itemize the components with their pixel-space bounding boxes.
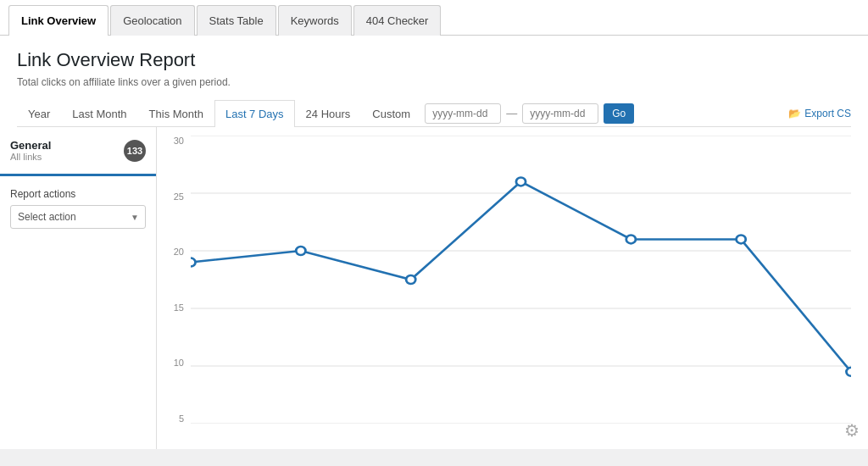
export-label: Export CS xyxy=(804,108,851,119)
data-point-1 xyxy=(296,247,305,255)
data-point-3 xyxy=(516,177,526,186)
gear-icon[interactable]: ⚙ xyxy=(844,420,860,441)
group-name: General xyxy=(10,139,51,152)
sidebar-group-general[interactable]: General All links 133 xyxy=(0,139,156,176)
data-point-5 xyxy=(737,235,746,243)
main-body: General All links 133 Report actions Sel… xyxy=(0,127,868,449)
action-select-wrapper: Select action Export CSV Export PDF ▼ xyxy=(10,205,146,229)
period-tab-24-hours[interactable]: 24 Hours xyxy=(295,100,362,127)
period-tab-custom[interactable]: Custom xyxy=(361,100,421,127)
top-nav: Link Overview Geolocation Stats Table Ke… xyxy=(0,0,868,36)
report-actions-label: Report actions xyxy=(10,188,146,200)
y-label-10: 10 xyxy=(165,358,184,368)
chart-svg-wrapper xyxy=(191,136,851,424)
sidebar: General All links 133 Report actions Sel… xyxy=(0,127,157,449)
data-point-0 xyxy=(191,258,196,267)
period-tab-year[interactable]: Year xyxy=(17,100,61,127)
custom-date-range: — Go xyxy=(425,103,634,124)
action-select[interactable]: Select action Export CSV Export PDF xyxy=(10,205,146,229)
period-tab-last-month[interactable]: Last Month xyxy=(61,100,137,127)
export-icon: 📂 xyxy=(788,108,801,119)
period-tab-this-month[interactable]: This Month xyxy=(138,100,214,127)
chart-line xyxy=(191,181,851,371)
data-point-2 xyxy=(406,275,415,284)
date-end-input[interactable] xyxy=(522,103,598,124)
app-wrapper: Link Overview Geolocation Stats Table Ke… xyxy=(0,0,868,466)
tab-keywords[interactable]: Keywords xyxy=(278,5,352,36)
y-axis-labels: 30 25 20 15 10 5 xyxy=(165,136,184,424)
report-actions-section: Report actions Select action Export CSV … xyxy=(0,188,156,229)
date-separator: — xyxy=(506,107,517,119)
y-label-20: 20 xyxy=(165,247,184,257)
page-content: Link Overview Report Total clicks on aff… xyxy=(0,36,868,127)
line-chart xyxy=(191,136,851,424)
y-label-15: 15 xyxy=(165,302,184,313)
tab-geolocation[interactable]: Geolocation xyxy=(110,5,194,36)
page-title: Link Overview Report xyxy=(17,49,851,71)
links-badge: 133 xyxy=(124,140,146,162)
period-tab-last-7-days[interactable]: Last 7 Days xyxy=(214,100,295,127)
data-point-6 xyxy=(846,368,851,376)
y-label-5: 5 xyxy=(165,413,184,424)
date-start-input[interactable] xyxy=(425,103,501,124)
chart-area: 30 25 20 15 10 5 xyxy=(157,127,868,449)
tab-link-overview[interactable]: Link Overview xyxy=(8,5,108,36)
period-tabs: Year Last Month This Month Last 7 Days 2… xyxy=(17,100,851,127)
data-point-4 xyxy=(626,235,636,243)
group-sub: All links xyxy=(10,152,51,162)
y-label-30: 30 xyxy=(165,136,184,146)
page-subtitle: Total clicks on affiliate links over a g… xyxy=(17,76,851,88)
sidebar-group-info: General All links xyxy=(10,139,51,162)
tab-404-checker[interactable]: 404 Checker xyxy=(353,5,442,36)
go-button[interactable]: Go xyxy=(604,103,634,124)
tab-stats-table[interactable]: Stats Table xyxy=(197,5,276,36)
export-csv-button[interactable]: 📂 Export CS xyxy=(782,101,851,126)
y-label-25: 25 xyxy=(165,191,184,202)
